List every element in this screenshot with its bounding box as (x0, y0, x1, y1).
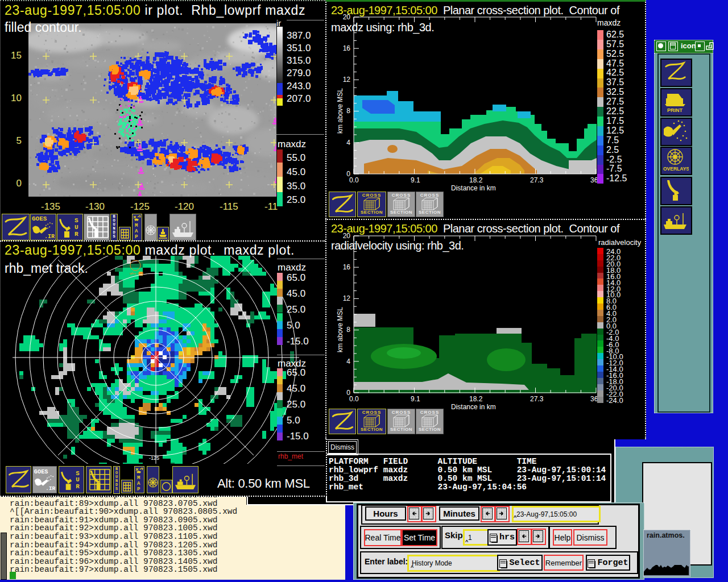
svg-text:GOES: GOES (32, 215, 47, 222)
svg-text:A: A (135, 228, 138, 234)
svg-text:M: M (137, 475, 140, 481)
svg-text:R: R (75, 231, 78, 238)
svg-text:.IR: .IR (46, 485, 55, 492)
svg-text:.IR: .IR (44, 234, 55, 240)
svg-text:whs-met: whs-met (130, 272, 144, 276)
svg-text:U: U (75, 224, 78, 231)
svg-text:P: P (137, 487, 140, 492)
svg-text:OVERLAYS: OVERLAYS (663, 166, 689, 172)
svg-text:M: M (135, 223, 138, 228)
svg-text:S: S (76, 470, 80, 477)
svg-text:A: A (137, 481, 140, 487)
svg-text:R: R (76, 483, 80, 490)
svg-text:S: S (75, 217, 78, 224)
svg-text:GOES: GOES (34, 468, 48, 475)
svg-text:PRINT: PRINT (667, 107, 683, 113)
svg-text:P: P (135, 234, 138, 240)
svg-text:U: U (76, 476, 79, 483)
